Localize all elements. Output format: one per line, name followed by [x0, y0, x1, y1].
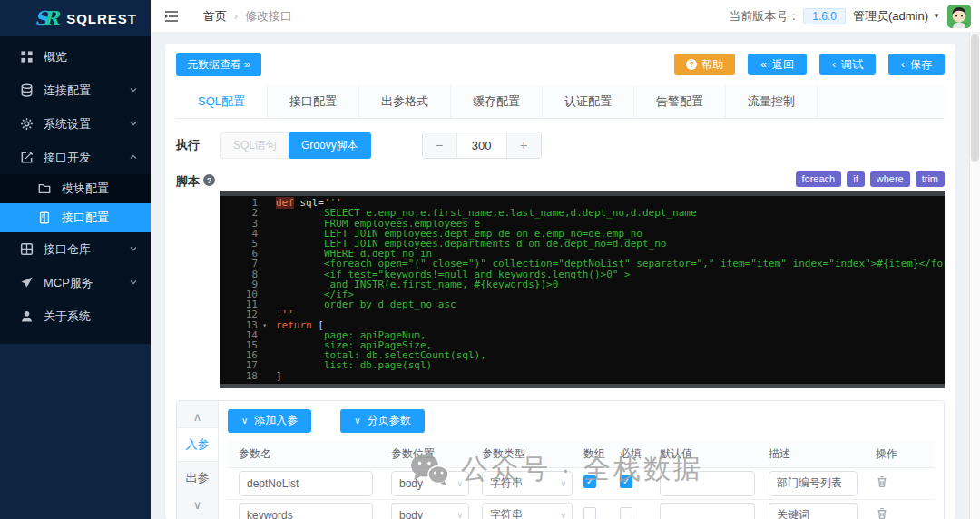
snippet-tag-trim[interactable]: trim [916, 171, 945, 187]
sidebar-item-系统设置[interactable]: 系统设置 [0, 107, 151, 141]
collapse-sidebar-icon[interactable] [160, 5, 183, 28]
user-menu[interactable]: 管理员(admin) [853, 8, 928, 24]
timeout-stepper: − 300 + [422, 132, 542, 159]
default-value-input[interactable] [660, 471, 755, 496]
code-editor[interactable]: 1def sql='''2 SELECT e.emp_no,e.first_na… [220, 191, 945, 388]
groovy-script-option[interactable]: Groovy脚本 [289, 132, 371, 159]
tab-缓存配置[interactable]: 缓存配置 [451, 85, 543, 118]
delete-row-icon[interactable] [876, 475, 888, 488]
column-header-默认值: 默认值 [649, 446, 758, 462]
pagination-params-button[interactable]: ∨ 分页参数 [340, 409, 424, 433]
param-name-input[interactable]: keywords [239, 503, 373, 519]
sidebar-item-接口开发[interactable]: 接口开发 [0, 141, 151, 174]
avatar[interactable] [947, 5, 971, 28]
line-number: 15 [220, 340, 265, 350]
database-icon [20, 83, 34, 97]
breadcrumb-home[interactable]: 首页 [203, 8, 227, 24]
param-position-select[interactable]: body∨ [391, 503, 469, 519]
column-header-数组: 数组 [573, 446, 609, 462]
sidebar-item-接口仓库[interactable]: 接口仓库 [0, 232, 151, 266]
array-checkbox[interactable] [583, 507, 596, 519]
tab-认证配置[interactable]: 认证配置 [543, 85, 634, 118]
chevron-down-icon [129, 276, 138, 289]
sidebar-item-概览[interactable]: 概览 [0, 40, 151, 73]
param-collapse-down-icon[interactable]: ∨ [193, 495, 202, 515]
save-button[interactable]: ‹ 保存 [888, 54, 945, 75]
file-icon [38, 211, 52, 225]
line-number: 10 [220, 289, 265, 299]
required-checkbox[interactable] [620, 475, 632, 488]
snippet-tag-if[interactable]: if [847, 171, 865, 187]
chevron-down-icon: ∨ [456, 479, 463, 488]
tab-告警配置[interactable]: 告警配置 [634, 85, 726, 118]
metadata-view-button[interactable]: 元数据查看 » [176, 53, 261, 76]
sidebar-item-连接配置[interactable]: 连接配置 [0, 73, 151, 107]
stepper-value[interactable]: 300 [456, 132, 507, 158]
parameters-panel: ∧ 入参 出参 ∨ ∨ 添加入参 ∨ 分 [176, 400, 945, 519]
param-table-body: deptNoListbody∨字符串∨部门编号列表keywordsbody∨字符… [228, 468, 935, 519]
breadcrumb-separator: › [234, 10, 238, 23]
user-icon [20, 309, 34, 323]
sidebar-item-关于系统[interactable]: 关于系统 [0, 299, 151, 333]
line-number: 14 [220, 330, 265, 340]
param-type-select[interactable]: 字符串∨ [482, 471, 573, 496]
fold-icon[interactable]: ▾ [262, 320, 267, 330]
chevron-down-icon [129, 83, 138, 97]
back-button[interactable]: « 返回 [748, 54, 807, 75]
snippet-tag-foreach[interactable]: foreach [796, 171, 842, 187]
param-table-header: 参数名参数位置参数类型数组必填默认值描述操作 [228, 441, 935, 468]
scrollbar-thumb[interactable] [971, 34, 979, 162]
param-name-input[interactable]: deptNoList [239, 471, 373, 496]
tab-output-params[interactable]: 出参 [177, 461, 218, 495]
column-header-参数类型: 参数类型 [471, 446, 573, 462]
sidebar-item-label: 接口仓库 [44, 241, 129, 258]
content-area: 元数据查看 » ? 帮助 « 返回 ‹ 调试 [151, 33, 980, 519]
param-position-select[interactable]: body∨ [391, 471, 469, 496]
dropdown-caret-icon: ∨ [241, 416, 248, 426]
page-scrollbar[interactable] [969, 33, 980, 519]
sidebar-item-label: MCP服务 [44, 275, 129, 291]
sidebar-item-模块配置[interactable]: 模块配置 [0, 174, 151, 203]
tab-流量控制[interactable]: 流量控制 [726, 85, 818, 118]
line-number: 6 [220, 249, 265, 259]
required-checkbox[interactable] [620, 507, 632, 519]
app-window: SR SQLREST 概览连接配置系统设置接口开发模块配置接口配置接口仓库MCP… [0, 0, 980, 519]
stepper-plus-button[interactable]: + [507, 132, 541, 158]
line-number: 1 [220, 198, 265, 208]
line-number: 3 [220, 219, 265, 229]
snippet-tag-where[interactable]: where [870, 171, 910, 187]
sidebar-menu: 概览连接配置系统设置接口开发模块配置接口配置接口仓库MCP服务关于系统 [0, 36, 151, 344]
help-button[interactable]: ? 帮助 [674, 54, 735, 75]
column-header-描述: 描述 [758, 446, 865, 462]
user-caret-icon[interactable]: ▼ [933, 12, 940, 20]
param-row-keywords: keywordsbody∨字符串∨关键词 [228, 500, 935, 519]
sql-statement-option[interactable]: SQL语句 [220, 132, 290, 159]
back-icon: « [760, 59, 767, 70]
description-input[interactable]: 关键词 [769, 503, 858, 519]
param-collapse-up-icon[interactable]: ∧ [193, 406, 202, 427]
sidebar-item-label: 接口配置 [62, 210, 138, 226]
tab-SQL配置[interactable]: SQL配置 [176, 85, 268, 118]
sidebar-item-MCP服务[interactable]: MCP服务 [0, 266, 151, 299]
description-input[interactable]: 部门编号列表 [769, 471, 858, 496]
script-help-icon[interactable]: ? [203, 174, 215, 186]
line-number: 16 [220, 350, 265, 360]
folder-icon [38, 182, 52, 196]
debug-button[interactable]: ‹ 调试 [819, 54, 876, 75]
top-header: 首页 › 修改接口 当前版本号： 1.6.0 管理员(admin) ▼ [151, 0, 980, 33]
stepper-minus-button[interactable]: − [423, 132, 456, 158]
tab-接口配置[interactable]: 接口配置 [268, 85, 359, 118]
param-type-select[interactable]: 字符串∨ [482, 503, 573, 519]
array-checkbox[interactable] [583, 475, 596, 488]
delete-row-icon[interactable] [876, 507, 888, 519]
chevron-down-icon [129, 242, 138, 256]
editor-scrollbar[interactable] [220, 384, 945, 388]
tab-input-params[interactable]: 入参 [177, 427, 218, 461]
sidebar-item-接口配置[interactable]: 接口配置 [0, 203, 151, 232]
default-value-input[interactable] [660, 503, 755, 519]
line-number: 4 [220, 229, 265, 239]
exec-mode-toggle: SQL语句 Groovy脚本 [220, 132, 371, 159]
tab-出参格式[interactable]: 出参格式 [359, 85, 451, 118]
code-area[interactable]: 1def sql='''2 SELECT e.emp_no,e.first_na… [220, 196, 945, 384]
add-input-param-button[interactable]: ∨ 添加入参 [228, 409, 311, 433]
